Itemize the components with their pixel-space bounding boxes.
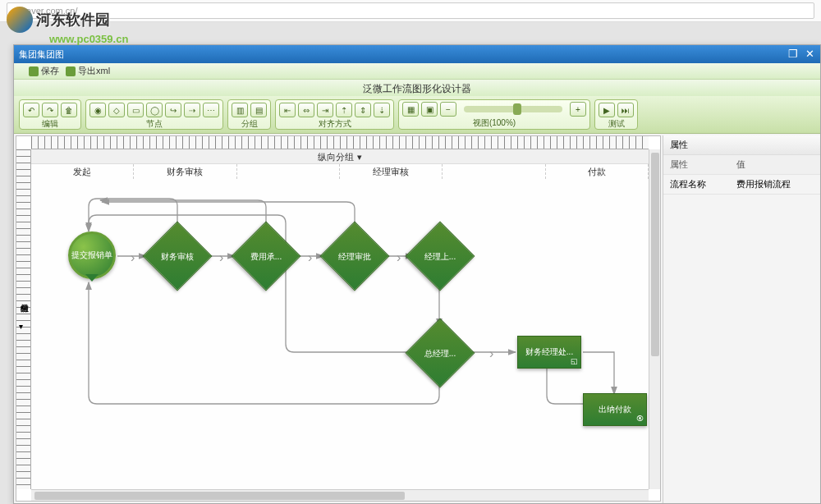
- window-title: 集团集团图: [19, 48, 64, 61]
- main-toolbar: ↶ ↷ 🗑 编辑 ◉ ◇ ▭ ◯ ↪ ⇢ ⋯ 节点 ▥ ▤ 分组: [14, 96, 820, 134]
- export-label: 导出xml: [78, 65, 110, 77]
- export-icon: [66, 66, 76, 76]
- chevron-down-icon[interactable]: ▾: [357, 152, 362, 162]
- flow-dot: ›: [308, 250, 312, 265]
- address-bar[interactable]: .weaver.com.cn/: [7, 2, 814, 19]
- node-rect-button[interactable]: ▭: [127, 103, 144, 117]
- url-watermark: www.pc0359.cn: [49, 33, 128, 45]
- logo-text: 河东软件园: [36, 10, 110, 30]
- chevron-down-icon[interactable]: ▾: [19, 322, 23, 331]
- scrollbar-vertical[interactable]: [649, 149, 660, 489]
- node-manager-superior[interactable]: 经理上...: [415, 231, 465, 281]
- play-button[interactable]: ▶: [599, 103, 615, 117]
- save-label: 保存: [41, 65, 59, 77]
- node-n7-label: 出纳付款: [599, 404, 631, 415]
- align-right-button[interactable]: ⇥: [317, 103, 333, 117]
- export-xml-button[interactable]: 导出xml: [66, 65, 110, 77]
- node-cost-bearer[interactable]: 费用承...: [241, 231, 291, 281]
- lane-5: 付款: [546, 164, 649, 179]
- node-link-button[interactable]: ↪: [165, 103, 181, 117]
- window-titlebar[interactable]: 集团集团图 ❐ ✕: [14, 45, 820, 63]
- group-view: ▦ ▣ − + 视图(100%): [398, 99, 590, 130]
- end-icon: ⦿: [636, 415, 644, 423]
- logo-icon: [7, 7, 33, 33]
- lane-0: 发起: [31, 164, 134, 179]
- lane-1: 财务审核: [134, 164, 236, 179]
- align-bottom-button[interactable]: ⇣: [374, 103, 390, 117]
- align-left-button[interactable]: ⇤: [279, 103, 296, 117]
- delete-button[interactable]: 🗑: [61, 103, 77, 117]
- group-test: ▶ ⏭ 测试: [594, 99, 638, 130]
- zoom-out-button[interactable]: −: [440, 102, 456, 117]
- group-align: ⇤ ⇔ ⇥ ⇡ ⇕ ⇣ 对齐方式: [275, 99, 394, 130]
- align-middle-button[interactable]: ⇕: [355, 103, 371, 117]
- group-edit: ↶ ↷ 🗑 编辑: [19, 99, 81, 130]
- table-row[interactable]: 流程名称费用报销流程: [663, 175, 820, 195]
- canvas[interactable]: 纵向分组 ▾ 发起 财务审核 经理审核 付款: [31, 149, 649, 489]
- prop-val-cell[interactable]: 费用报销流程: [730, 175, 820, 195]
- node-n2-label: 费用承...: [241, 232, 291, 282]
- group-h-button[interactable]: ▤: [250, 103, 267, 117]
- lane-headers: 发起 财务审核 经理审核 付款: [31, 164, 649, 179]
- canvas-wrap: 横向分组 ▾ 纵向分组 ▾ 发起 财务审核 经理审核 付款: [16, 135, 661, 502]
- node-n6-label: 财务经理处...: [525, 346, 573, 358]
- node-start[interactable]: 提交报销单: [68, 231, 116, 279]
- scroll-thumb-h[interactable]: [34, 492, 405, 500]
- window-restore-icon[interactable]: ❐: [787, 48, 799, 60]
- node-cashier-pay[interactable]: 出纳付款⦿: [583, 393, 647, 426]
- node-n3-label: 经理审批: [330, 232, 379, 282]
- group-node: ◉ ◇ ▭ ◯ ↪ ⇢ ⋯ 节点: [85, 99, 223, 130]
- sub-icon: ◱: [571, 357, 578, 365]
- v-group-header: 纵向分组 ▾: [31, 149, 649, 164]
- node-finance-audit[interactable]: 财务审核: [153, 231, 202, 281]
- view-actual-button[interactable]: ▣: [421, 102, 438, 117]
- window-close-icon[interactable]: ✕: [804, 48, 815, 60]
- align-top-button[interactable]: ⇡: [336, 103, 352, 117]
- properties-panel: 属性 属性值 流程名称费用报销流程: [663, 135, 820, 503]
- node-start-button[interactable]: ◉: [89, 103, 106, 117]
- node-connector-button[interactable]: ⇢: [184, 103, 200, 117]
- group-v-button[interactable]: ▥: [232, 103, 248, 117]
- flow-dot: ›: [219, 250, 223, 265]
- save-button[interactable]: 保存: [29, 65, 59, 77]
- align-center-button[interactable]: ⇔: [298, 103, 314, 117]
- properties-title: 属性: [663, 135, 820, 155]
- step-button[interactable]: ⏭: [617, 103, 634, 117]
- ruler-vertical: 横向分组 ▾: [16, 149, 31, 489]
- test-label: 测试: [599, 118, 634, 130]
- node-extra-button[interactable]: ⋯: [203, 103, 219, 117]
- node-general-manager[interactable]: 总经理...: [415, 328, 465, 378]
- v-group-label: 纵向分组: [318, 152, 354, 162]
- zoom-in-button[interactable]: +: [570, 102, 586, 117]
- save-icon: [29, 66, 39, 76]
- undo-button[interactable]: ↶: [23, 103, 39, 117]
- view-fit-button[interactable]: ▦: [402, 102, 419, 117]
- lane-2: [237, 164, 340, 179]
- lane-3: 经理审核: [340, 164, 443, 179]
- zoom-slider[interactable]: [464, 106, 562, 112]
- flow-dot: ›: [489, 346, 493, 361]
- node-decision-button[interactable]: ◇: [108, 103, 125, 117]
- node-end-button[interactable]: ◯: [146, 103, 163, 117]
- prop-attr-cell: 流程名称: [663, 175, 730, 195]
- node-label: 节点: [89, 118, 219, 130]
- align-label: 对齐方式: [279, 118, 390, 130]
- redo-button[interactable]: ↷: [42, 103, 58, 117]
- flow-dot: ›: [131, 250, 135, 265]
- browser-chrome: .weaver.com.cn/: [0, 0, 821, 22]
- site-logo-watermark: 河东软件园: [7, 7, 110, 33]
- node-finance-manager[interactable]: 财务经理处...◱: [517, 336, 581, 369]
- group-label: 分组: [232, 118, 267, 130]
- scroll-thumb-v[interactable]: [651, 153, 659, 356]
- file-toolbar: 保存 导出xml: [14, 63, 820, 80]
- app-title: 泛微工作流图形化设计器: [14, 80, 820, 96]
- properties-table: 属性值 流程名称费用报销流程: [663, 155, 820, 195]
- node-manager-approve[interactable]: 经理审批: [330, 231, 379, 281]
- view-label: 视图(100%): [402, 117, 586, 129]
- scrollbar-horizontal[interactable]: [31, 489, 649, 501]
- edit-label: 编辑: [23, 118, 77, 130]
- app-window: 集团集团图 ❐ ✕ 保存 导出xml 泛微工作流图形化设计器 ↶ ↷ 🗑 编辑 …: [13, 44, 821, 504]
- node-n1-label: 财务审核: [153, 232, 202, 282]
- node-n4-label: 经理上...: [415, 232, 465, 282]
- node-start-label: 提交报销单: [71, 250, 112, 261]
